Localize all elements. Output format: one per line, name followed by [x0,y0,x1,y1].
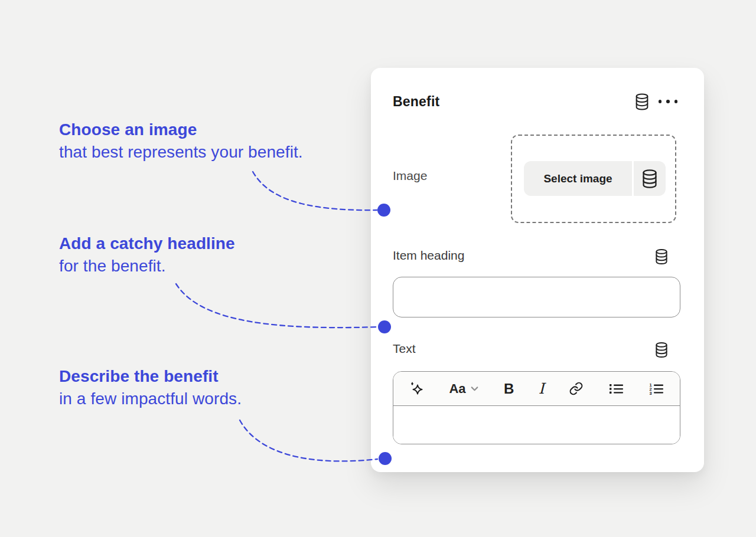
benefit-settings-panel: Benefit Image Select image [371,68,704,472]
connector-line-text [240,420,377,461]
image-field-label: Image [393,169,427,183]
annotation-headline: Add a catchy headline for the benefit. [59,233,235,277]
text-style-dropdown[interactable]: Aa [448,380,480,398]
italic-label: I [539,380,545,397]
connector-line-headline [176,284,377,328]
rich-text-editor: Aa B I [393,371,680,444]
image-select-group: Select image [524,161,666,196]
text-field-label: Text [393,342,416,356]
item-heading-label: Item heading [393,248,464,263]
database-icon[interactable] [634,93,650,111]
canvas: Choose an image that best represents you… [0,0,756,537]
ai-sparkle-icon[interactable] [408,379,426,398]
annotation-title: Add a catchy headline [59,233,235,255]
link-icon[interactable] [568,380,585,397]
panel-title: Benefit [393,94,439,110]
rte-toolbar: Aa B I [393,372,680,406]
bulleted-list-icon[interactable] [607,381,625,397]
image-database-button[interactable] [634,161,666,196]
panel-header-actions [634,92,678,111]
rte-content-area[interactable] [393,406,680,444]
italic-button[interactable]: I [537,379,546,398]
chevron-down-icon [470,384,480,394]
database-icon[interactable] [654,248,669,265]
database-icon [640,169,659,189]
connector-line-image [253,172,377,210]
item-heading-input[interactable] [393,277,680,317]
numbered-list-icon[interactable]: 1 2 3 [647,381,666,397]
annotation-body: that best represents your benefit. [59,141,303,163]
database-icon[interactable] [654,342,669,358]
annotation-body: for the benefit. [59,255,235,277]
svg-text:3: 3 [649,391,651,396]
bold-button[interactable]: B [503,379,515,398]
bold-label: B [504,381,514,397]
select-image-button[interactable]: Select image [524,161,632,196]
text-style-label: Aa [449,381,465,397]
more-menu-icon[interactable] [659,97,678,106]
annotation-title: Choose an image [59,119,303,141]
annotation-title: Describe the benefit [59,365,242,388]
annotation-text: Describe the benefit in a few impactful … [59,365,242,410]
image-dropzone[interactable]: Select image [511,135,676,223]
annotation-body: in a few impactful words. [59,388,242,410]
annotation-image: Choose an image that best represents you… [59,119,303,163]
